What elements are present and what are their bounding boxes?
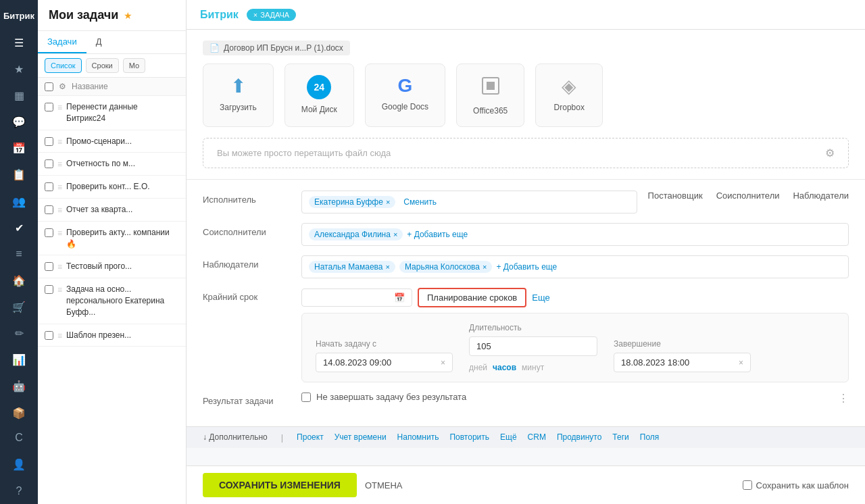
gear-icon[interactable]: ⚙ <box>59 82 66 91</box>
start-date-input[interactable] <box>323 357 437 368</box>
cancel-button[interactable]: ОТМЕНА <box>365 480 403 490</box>
nav-item-store[interactable]: 🛒 <box>5 295 32 319</box>
upload-btn-gdocs[interactable]: G Google Docs <box>365 64 445 127</box>
end-input[interactable]: × <box>614 353 751 372</box>
nav-item-chat[interactable]: 💬 <box>5 110 32 134</box>
nav-item-user[interactable]: 👤 <box>5 453 32 476</box>
deadline-date-field[interactable] <box>309 293 390 303</box>
nav-item-box[interactable]: 📦 <box>5 401 32 425</box>
start-input[interactable]: × <box>316 353 453 372</box>
duration-input[interactable] <box>469 336 597 356</box>
nav-item-c[interactable]: C <box>5 426 32 450</box>
task-badge-close[interactable]: × <box>253 11 257 19</box>
result-checkbox[interactable] <box>301 393 311 402</box>
deadline-date-input[interactable]: 📅 <box>301 288 412 307</box>
nav-item-edit[interactable]: ✏ <box>5 322 32 345</box>
bottom-tab-time[interactable]: Учет времени <box>335 432 387 443</box>
nav-item-list[interactable]: ≡ <box>5 243 32 266</box>
nav-item-star[interactable]: ★ <box>5 57 32 81</box>
duration-unit-days[interactable]: дней <box>469 363 487 372</box>
task-checkbox[interactable] <box>45 285 53 294</box>
coexecutor-tag-close[interactable]: × <box>393 230 397 238</box>
executor-input[interactable]: Екатерина Буффе × Сменить <box>301 191 637 213</box>
list-item[interactable]: ≡ Отчетность по м... <box>38 153 186 176</box>
nav-item-menu[interactable]: ☰ <box>5 31 32 55</box>
sidebar-tab-tasks[interactable]: Задачи <box>38 31 86 53</box>
upload-btn-office[interactable]: Office365 <box>456 64 524 127</box>
drop-zone[interactable]: Вы можете просто перетащить файл сюда ⚙ <box>203 138 849 168</box>
nav-item-tasks[interactable]: ✔ <box>5 216 32 240</box>
nav-item-home[interactable]: 🏠 <box>5 269 32 293</box>
observer-2-tag-close[interactable]: × <box>483 263 487 271</box>
view-tab-list[interactable]: Список <box>45 58 82 73</box>
duration-value-input[interactable] <box>476 341 590 351</box>
save-template-checkbox[interactable] <box>743 480 752 490</box>
planning-button[interactable]: Планирование сроков <box>418 288 526 307</box>
sidebar-star[interactable]: ★ <box>124 10 132 21</box>
role-tab-observers[interactable]: Наблюдатели <box>793 191 849 202</box>
executor-tag-close[interactable]: × <box>386 198 390 206</box>
upload-btn-local[interactable]: ⬆ Загрузить <box>203 64 274 127</box>
task-badge-top[interactable]: × ЗАДАЧА <box>247 9 296 21</box>
bottom-tab-crm[interactable]: CRM <box>528 432 546 443</box>
task-checkbox[interactable] <box>45 103 53 111</box>
nav-item-contacts[interactable]: 👥 <box>5 189 32 213</box>
coexecutor-tag: Александра Филина × <box>309 228 403 241</box>
coexecutors-input[interactable]: Александра Филина × + Добавить еще <box>301 223 849 246</box>
task-checkbox[interactable] <box>45 182 53 191</box>
nav-item-docs[interactable]: 📋 <box>5 163 32 186</box>
duration-unit-hours[interactable]: часов <box>493 363 516 372</box>
list-item[interactable]: ≡ Отчет за кварта... <box>38 199 186 222</box>
bottom-tab-fields[interactable]: Поля <box>640 432 660 443</box>
task-checkbox[interactable] <box>45 331 53 340</box>
view-tab-dates[interactable]: Сроки <box>86 58 119 73</box>
role-tab-owner[interactable]: Постановщик <box>648 191 703 202</box>
save-button[interactable]: СОХРАНИТЬ ИЗМЕНЕНИЯ <box>203 473 357 497</box>
list-item[interactable]: ≡ Тестовый прого... <box>38 255 186 278</box>
list-item[interactable]: ≡ Задача на осно... персонального Екатер… <box>38 278 186 324</box>
add-observer-button[interactable]: + Добавить еще <box>496 262 557 272</box>
coexecutor-name: Александра Филина <box>314 230 391 239</box>
bottom-tab-remind[interactable]: Напомнить <box>397 432 439 443</box>
more-button[interactable]: Еще <box>532 293 549 303</box>
list-item[interactable]: ≡ Шаблон презен... <box>38 324 186 347</box>
bottom-tab-project[interactable]: Проект <box>297 432 324 443</box>
nav-item-robot[interactable]: 🤖 <box>5 374 32 398</box>
task-checkbox[interactable] <box>45 228 53 237</box>
list-item[interactable]: ≡ Проверить конт... Е.О. <box>38 176 186 199</box>
list-item[interactable]: ≡ Перенести данные Битрикс24 <box>38 96 186 130</box>
calendar-icon[interactable]: 📅 <box>394 293 405 303</box>
list-item[interactable]: ≡ Проверить акту... компании 🔥 <box>38 222 186 256</box>
start-field: Начать задачу с × <box>316 339 453 372</box>
end-clear-icon[interactable]: × <box>739 358 743 368</box>
bottom-tab-advanced[interactable]: Продвинуто <box>557 432 601 443</box>
sidebar-tab-d[interactable]: Д <box>86 31 112 53</box>
add-coexecutor-button[interactable]: + Добавить еще <box>407 230 468 239</box>
nav-item-help[interactable]: ? <box>5 479 32 503</box>
list-item[interactable]: ≡ Промо-сценари... <box>38 130 186 153</box>
task-checkbox[interactable] <box>45 159 53 168</box>
additional-tab-collapsed[interactable]: ↓ Дополнительно <box>203 432 268 443</box>
role-tab-coexecutors[interactable]: Соисполнители <box>716 191 780 202</box>
bottom-tab-tags[interactable]: Теги <box>612 432 628 443</box>
change-executor-button[interactable]: Сменить <box>399 196 441 208</box>
bottom-tab-repeat[interactable]: Повторить <box>449 432 489 443</box>
view-tab-mo[interactable]: Мо <box>123 58 145 73</box>
select-all-checkbox[interactable] <box>45 82 53 91</box>
nav-item-chart[interactable]: 📊 <box>5 348 32 372</box>
upload-btn-dropbox[interactable]: ◈ Dropbox <box>535 64 603 127</box>
nav-item-calendar[interactable]: 📅 <box>5 136 32 160</box>
observers-input[interactable]: Наталья Мамаева × Марьяна Колоскова × + … <box>301 255 849 278</box>
nav-item-grid[interactable]: ▦ <box>5 84 32 107</box>
upload-btn-drive[interactable]: 24 Мой Диск <box>285 64 354 127</box>
end-date-input[interactable] <box>621 357 735 368</box>
task-checkbox[interactable] <box>45 137 53 146</box>
sidebar-title: Мои задачи <box>49 8 118 22</box>
task-checkbox[interactable] <box>45 262 53 271</box>
task-checkbox[interactable] <box>45 205 53 214</box>
settings-icon[interactable]: ⚙ <box>825 147 835 159</box>
duration-unit-minutes[interactable]: минут <box>522 363 544 372</box>
bottom-tab-more[interactable]: Ещё <box>500 432 517 443</box>
observer-1-tag-close[interactable]: × <box>386 263 390 271</box>
start-clear-icon[interactable]: × <box>441 358 445 368</box>
